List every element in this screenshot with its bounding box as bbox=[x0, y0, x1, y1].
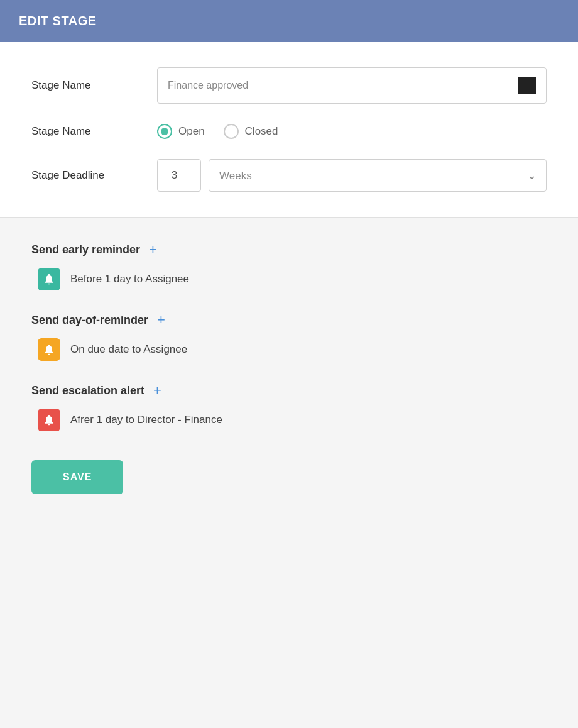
radio-open-label: Open bbox=[178, 125, 205, 138]
early-reminder-item: Before 1 day to Assignee bbox=[31, 268, 547, 290]
stage-status-row: Stage Name Open Closed bbox=[31, 124, 547, 139]
deadline-unit-select[interactable]: Days Weeks Months bbox=[209, 159, 547, 192]
radio-option-closed[interactable]: Closed bbox=[224, 124, 278, 139]
stage-name-label: Stage Name bbox=[31, 79, 157, 92]
status-radio-group: Open Closed bbox=[157, 124, 278, 139]
stage-name-row: Stage Name bbox=[31, 67, 547, 104]
early-reminder-title: Send early reminder bbox=[31, 243, 140, 256]
bell-svg-dayof bbox=[43, 343, 55, 356]
deadline-unit-wrapper: Days Weeks Months ⌄ bbox=[209, 159, 547, 192]
color-swatch[interactable] bbox=[518, 77, 536, 94]
radio-open-outer[interactable] bbox=[157, 124, 172, 139]
stage-name-input[interactable] bbox=[168, 80, 518, 91]
early-reminder-add-button[interactable]: + bbox=[149, 243, 157, 256]
stage-status-label: Stage Name bbox=[31, 125, 157, 138]
dayof-reminder-item: On due date to Assignee bbox=[31, 338, 547, 361]
dayof-reminder-bell-icon bbox=[38, 338, 60, 361]
escalation-item: Afrer 1 day to Director - Finance bbox=[31, 409, 547, 431]
reminders-section: Send early reminder + Before 1 day to As… bbox=[0, 218, 578, 728]
save-button[interactable]: SAVE bbox=[31, 460, 123, 494]
escalation-add-button[interactable]: + bbox=[153, 383, 161, 397]
deadline-number-input[interactable] bbox=[157, 159, 201, 192]
dayof-reminder-add-button[interactable]: + bbox=[157, 313, 165, 327]
early-reminder-group: Send early reminder + Before 1 day to As… bbox=[31, 243, 547, 290]
escalation-title: Send escalation alert bbox=[31, 384, 144, 397]
radio-open-inner bbox=[161, 128, 168, 135]
bell-svg-early bbox=[43, 273, 55, 285]
escalation-header: Send escalation alert + bbox=[31, 383, 547, 397]
early-reminder-header: Send early reminder + bbox=[31, 243, 547, 256]
form-section: Stage Name Stage Name Open bbox=[0, 42, 578, 217]
stage-name-input-wrapper bbox=[157, 67, 547, 104]
edit-stage-card: EDIT STAGE Stage Name Stage Name Op bbox=[0, 0, 578, 728]
header: EDIT STAGE bbox=[0, 0, 578, 42]
escalation-text: Afrer 1 day to Director - Finance bbox=[70, 414, 222, 426]
deadline-wrapper: Days Weeks Months ⌄ bbox=[157, 159, 547, 192]
radio-closed-label: Closed bbox=[245, 125, 278, 138]
dayof-reminder-group: Send day-of-reminder + On due date to As… bbox=[31, 313, 547, 361]
early-reminder-text: Before 1 day to Assignee bbox=[70, 273, 189, 285]
stage-deadline-label: Stage Deadline bbox=[31, 169, 157, 182]
bell-svg-escalation bbox=[43, 414, 55, 426]
dayof-reminder-text: On due date to Assignee bbox=[70, 343, 187, 356]
early-reminder-bell-icon bbox=[38, 268, 60, 290]
dayof-reminder-header: Send day-of-reminder + bbox=[31, 313, 547, 327]
page-title: EDIT STAGE bbox=[19, 14, 97, 28]
escalation-group: Send escalation alert + Afrer 1 day to D… bbox=[31, 383, 547, 431]
radio-closed-outer[interactable] bbox=[224, 124, 239, 139]
stage-name-field-container bbox=[157, 67, 547, 104]
dayof-reminder-title: Send day-of-reminder bbox=[31, 314, 148, 327]
stage-deadline-row: Stage Deadline Days Weeks Months ⌄ bbox=[31, 159, 547, 192]
escalation-bell-icon bbox=[38, 409, 60, 431]
radio-option-open[interactable]: Open bbox=[157, 124, 205, 139]
